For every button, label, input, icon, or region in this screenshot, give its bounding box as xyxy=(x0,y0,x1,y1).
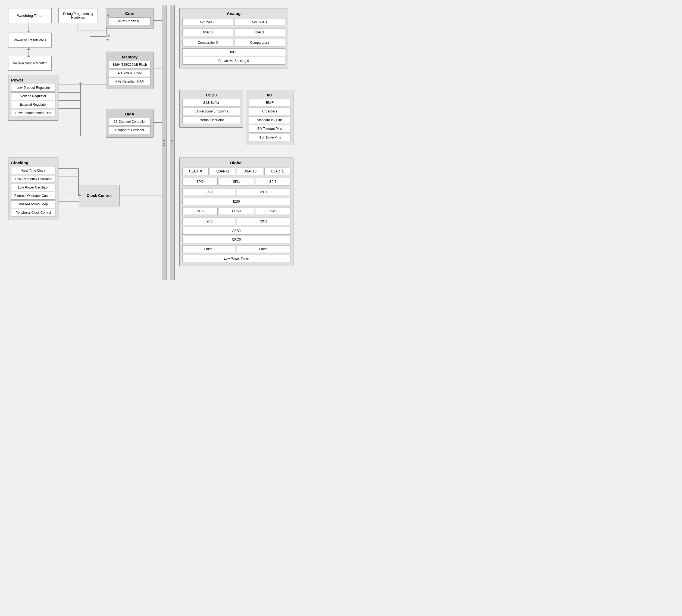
power-item-3: Power Management Unit xyxy=(11,109,55,117)
dma-item-1: Peripheral Crossbar xyxy=(109,126,151,134)
digital-i2c0b: I2C0 xyxy=(182,217,236,225)
digital-usart0b: USART0 xyxy=(237,168,263,175)
memory-title: Memory xyxy=(109,54,151,59)
memory-item-0: 32/64/128/256 kB Flash xyxy=(109,61,151,68)
io-item-1: Standard I/O Pins xyxy=(249,116,291,124)
power-section: Power Low Dropout Regulator Voltage Regu… xyxy=(8,75,59,121)
analog-saradc1: SARADC1 xyxy=(234,18,285,26)
power-on-reset-box: Power on Reset/ PMU xyxy=(8,32,52,48)
arrowhead-clk-cc xyxy=(78,194,82,196)
io-section: I/O EMIF Crossbars Standard I/O Pins 5 V… xyxy=(246,90,293,145)
conn-core-bus xyxy=(154,20,162,21)
core-title: Core xyxy=(109,11,151,16)
clock-control-box: Clock Control xyxy=(79,185,119,207)
memory-item-2: 4 kB Retention RAM xyxy=(109,78,151,85)
conn-dma-bus xyxy=(154,122,162,123)
io-item-3: High Drive Pins xyxy=(249,134,291,141)
usb-section: USB0 2 kB Buffer 5 Directional Endpoints… xyxy=(179,90,243,128)
analog-comp0: Comparator 0 xyxy=(182,39,233,46)
conn-cc-bus xyxy=(119,195,162,196)
clock-control-label: Clock Control xyxy=(87,193,112,198)
conn-power-er xyxy=(59,100,80,101)
analog-comp1: Comparator1 xyxy=(234,39,285,46)
clocking-item-4: Phase-Locked Loop xyxy=(11,200,55,208)
conn-clk-lfo xyxy=(59,176,79,177)
usb-item-1: 5 Directional Endpoints xyxy=(182,108,240,115)
arrow-watchdog xyxy=(28,23,29,31)
arrowhead-power-mem xyxy=(79,82,82,84)
digital-i2c1b: I2C1 xyxy=(237,217,291,225)
core-section: Core ARM Cortex M3 xyxy=(106,8,154,29)
diagram: Watchdog Timer Debug/Programming Hardwar… xyxy=(5,5,293,280)
io-item-0: Crossbars xyxy=(249,108,291,115)
digital-timer1: Timer1 xyxy=(237,245,291,253)
digital-timer0: Timer 0 xyxy=(182,245,236,253)
digital-section: Digital USART0 USART1 USART0 USART1 SPI0… xyxy=(179,158,293,266)
arrow-core-return-v2 xyxy=(90,36,90,47)
clocking-item-2: Low Power Oscillator xyxy=(11,184,55,191)
digital-pca0: PCA0 xyxy=(219,207,254,215)
connector-vsm xyxy=(28,48,29,56)
digital-spi1: SPI1 xyxy=(219,178,254,186)
debug-label: Debug/Programming Hardware xyxy=(60,12,96,20)
usb-item-2: Internal Oscillator xyxy=(182,116,240,124)
analog-idac0: IDAC0 xyxy=(182,28,233,36)
analog-section: Analog SARADC0 SARADC1 IDAC0 IDAC1 Compa… xyxy=(179,8,288,68)
voltage-supply-label: Voltage Supply Monitor xyxy=(13,62,46,65)
power-item-0: Low Dropout Regulator xyxy=(11,84,55,92)
io-title: I/O xyxy=(249,93,291,97)
power-on-reset-label: Power on Reset/ PMU xyxy=(14,38,46,42)
arrowhead-watchdog xyxy=(27,31,30,32)
digital-i2c0a: I2C0 xyxy=(182,188,236,196)
apb-bus: APB xyxy=(170,5,175,280)
conn-clk-rtc xyxy=(59,168,79,169)
analog-title: Analog xyxy=(182,11,285,16)
conn-clk-pll xyxy=(59,201,79,202)
arrow-debug-h xyxy=(77,30,108,30)
conn-clk-lpo xyxy=(59,185,79,185)
conn-clk-eoc xyxy=(59,193,79,193)
dma-section: DMA 16-Channel Controller Peripheral Cro… xyxy=(106,109,154,138)
arrow-core-return-h xyxy=(90,36,107,37)
analog-idac1: IDAC1 xyxy=(234,28,285,36)
dma-title: DMA xyxy=(109,112,151,116)
digital-i2s0: I2S0 xyxy=(182,198,291,205)
debug-box: Debug/Programming Hardware xyxy=(59,8,98,23)
memory-item-1: 4/12/28 kB RAM xyxy=(109,69,151,77)
usb-item-0: 2 kB Buffer xyxy=(182,99,240,106)
digital-usart1a: USART1 xyxy=(210,168,236,175)
digital-spi2: SPI2 xyxy=(255,178,291,186)
digital-pca1: PCA1 xyxy=(255,207,291,215)
analog-cap0: Capacitive Sensing 0 xyxy=(182,57,285,65)
conn-power-vr xyxy=(59,92,80,93)
clocking-item-1: Low Frequency Oscillator xyxy=(11,175,55,183)
arrowhead-vs-up xyxy=(27,55,30,57)
digital-usart0a: USART0 xyxy=(182,168,209,175)
ahb-label: AHB xyxy=(162,5,165,280)
digital-epca0: EPCA0 xyxy=(182,207,218,215)
arrowhead-core-return xyxy=(106,34,110,37)
digital-lpt: Low Power Timer xyxy=(182,255,291,262)
emif-label: EMIF xyxy=(266,101,274,104)
core-item-0: ARM Cortex M3 xyxy=(109,17,151,25)
clocking-section: Clocking Real Time Clock Low Frequency O… xyxy=(8,158,59,220)
apb-label: APB xyxy=(170,5,174,280)
digital-aes0: AES0 xyxy=(182,227,291,235)
conn-power-v xyxy=(80,84,81,136)
conn-clk-v xyxy=(78,168,79,195)
watchdog-timer-box: Watchdog Timer xyxy=(8,8,52,23)
dma-item-0: 16-Channel Controller xyxy=(109,118,151,125)
memory-section: Memory 32/64/128/256 kB Flash 4/12/28 kB… xyxy=(106,52,154,89)
power-item-1: Voltage Regulator xyxy=(11,92,55,100)
digital-usart1b: USART1 xyxy=(265,168,291,175)
power-title: Power xyxy=(11,78,55,82)
power-item-2: External Regulator xyxy=(11,101,55,109)
io-item-2: 5 V Tolerant Pins xyxy=(249,125,291,133)
usb-title: USB0 xyxy=(182,93,240,97)
digital-title: Digital xyxy=(182,161,291,165)
clocking-title: Clocking xyxy=(11,161,55,165)
conn-power-pmu xyxy=(59,109,80,109)
clocking-item-0: Real Time Clock xyxy=(11,167,55,174)
analog-saradc0: SARADC0 xyxy=(182,18,233,26)
voltage-supply-box: Voltage Supply Monitor xyxy=(8,56,52,71)
